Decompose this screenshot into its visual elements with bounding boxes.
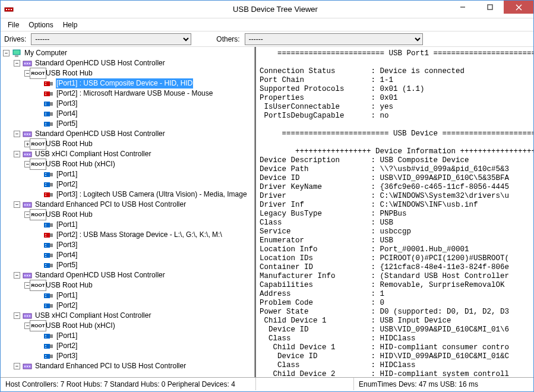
tree-row[interactable]: −ROOTUSB Root Hub — [3, 68, 254, 78]
collapse-icon[interactable]: − — [14, 201, 20, 208]
tree-row[interactable]: [Port3] : Logitech USB Camera (Ultra Vis… — [3, 189, 254, 200]
svg-rect-19 — [50, 92, 53, 96]
svg-point-91 — [24, 315, 26, 317]
host-icon — [23, 59, 32, 68]
tree-row[interactable]: [Port2] : USB Mass Storage Device - L:\,… — [3, 230, 254, 240]
tree-row[interactable]: [Port3] — [3, 99, 254, 109]
tree-row[interactable]: −My Computer — [3, 48, 254, 58]
port-icon — [44, 109, 53, 119]
tree-row[interactable]: −USB xHCI Compliant Host Controller — [3, 311, 254, 321]
svg-rect-94 — [44, 334, 50, 339]
tree-row[interactable]: [Port1] — [3, 331, 254, 341]
tree-row[interactable]: [Port1] — [3, 220, 254, 230]
no-expand — [35, 222, 42, 228]
tree-row[interactable]: [Port1] — [3, 169, 254, 179]
tree-row[interactable]: −Standard OpenHCD USB Host Controller — [3, 58, 254, 68]
maximize-button[interactable] — [476, 1, 504, 14]
menu-options[interactable]: Options — [24, 20, 58, 30]
tree-row[interactable]: −ROOTUSB Root Hub (xHCI) — [3, 159, 254, 169]
tree-row[interactable]: [Port5] — [3, 260, 254, 270]
svg-rect-73 — [45, 256, 46, 257]
roothub-icon: ROOT — [33, 321, 43, 331]
toolbar: Drives: ------ Others: ------ — [1, 31, 533, 47]
tree-label: Standard OpenHCD USB Host Controller — [34, 270, 166, 280]
svg-rect-42 — [44, 172, 50, 177]
no-expand — [35, 232, 42, 238]
status-enumtimes: EnumTimes Devs: 47 ms USB: 16 ms — [354, 378, 483, 390]
detail-panel[interactable]: ======================== USB Port1 =====… — [255, 47, 533, 377]
tree-row[interactable]: [Port5] — [3, 119, 254, 129]
tree-row[interactable]: −Standard OpenHCD USB Host Controller — [3, 129, 254, 139]
tree-row[interactable]: [Port4] — [3, 250, 254, 260]
collapse-icon[interactable]: − — [14, 60, 20, 67]
svg-point-12 — [27, 63, 28, 64]
tree-row[interactable]: −Standard Enhanced PCI to USB Host Contr… — [3, 361, 254, 371]
svg-rect-97 — [45, 337, 46, 337]
svg-point-92 — [27, 315, 28, 317]
tree-row[interactable]: [Port1] — [3, 290, 254, 301]
tree-row[interactable]: −Standard Enhanced PCI to USB Host Contr… — [3, 200, 254, 210]
drives-select[interactable]: ------ — [31, 33, 191, 45]
tree-label: [Port1] : USB Composite Device - HID, HI… — [56, 78, 193, 88]
svg-rect-16 — [45, 83, 46, 83]
collapse-icon[interactable]: − — [14, 151, 20, 157]
titlebar: USB Device Tree Viewer — [1, 1, 533, 18]
maximize-icon — [487, 4, 493, 10]
tree-row[interactable]: [Port2] — [3, 341, 254, 351]
tree-row[interactable]: −USB xHCI Compliant Host Controller — [3, 149, 254, 159]
tree-row[interactable]: +ROOTUSB Root Hub — [3, 139, 254, 149]
host-icon — [23, 311, 32, 321]
tree-row[interactable]: −ROOTUSB Root Hub — [3, 280, 254, 290]
svg-rect-105 — [45, 357, 46, 358]
tree-label: USB Root Hub (xHCI) — [45, 159, 116, 169]
svg-rect-70 — [44, 253, 50, 258]
tree-label: [Port1] — [56, 331, 78, 341]
svg-point-93 — [29, 315, 30, 317]
tree-row[interactable]: −ROOTUSB Root Hub — [3, 210, 254, 220]
collapse-icon[interactable]: − — [3, 50, 10, 56]
minimize-button[interactable] — [449, 1, 476, 14]
tree-row[interactable]: [Port2] — [3, 179, 254, 189]
collapse-icon[interactable]: − — [14, 272, 20, 279]
svg-point-81 — [29, 275, 30, 276]
roothub-icon: ROOT — [33, 281, 43, 290]
svg-point-13 — [29, 63, 30, 64]
svg-rect-8 — [13, 50, 20, 55]
svg-rect-43 — [50, 173, 53, 176]
menu-file[interactable]: File — [3, 20, 24, 30]
svg-point-56 — [27, 204, 28, 206]
menu-help[interactable]: Help — [58, 20, 83, 30]
svg-rect-1 — [6, 9, 7, 10]
dev-icon — [44, 230, 53, 240]
roothub-icon: ROOT — [33, 210, 43, 220]
svg-rect-17 — [45, 84, 46, 85]
tree-row[interactable]: −ROOTUSB Root Hub (xHCI) — [3, 321, 254, 331]
svg-rect-68 — [45, 244, 46, 245]
close-button[interactable] — [504, 1, 533, 14]
tree-label: [Port2] : Microsoft Hardware USB Mouse -… — [56, 88, 213, 99]
svg-rect-88 — [45, 305, 46, 305]
tree-row[interactable]: −Standard OpenHCD USB Host Controller — [3, 270, 254, 280]
collapse-icon[interactable]: − — [14, 312, 20, 319]
svg-rect-62 — [44, 233, 50, 238]
svg-rect-86 — [44, 304, 50, 308]
collapse-icon[interactable]: − — [14, 363, 20, 369]
svg-rect-45 — [45, 175, 46, 176]
tree-row[interactable]: [Port3] — [3, 351, 254, 361]
svg-rect-47 — [50, 183, 53, 186]
tree-panel[interactable]: −My Computer−Standard OpenHCD USB Host C… — [1, 47, 255, 377]
tree-row[interactable]: [Port4] — [3, 109, 254, 119]
tree-row[interactable]: [Port2] : Microsoft Hardware USB Mouse -… — [3, 88, 254, 99]
no-expand — [35, 242, 42, 248]
tree-row[interactable]: [Port3] — [3, 240, 254, 250]
tree-label: USB Root Hub — [45, 68, 93, 78]
tree-row[interactable]: [Port2] — [3, 301, 254, 311]
svg-rect-3 — [11, 9, 12, 10]
svg-rect-30 — [44, 122, 50, 127]
svg-rect-74 — [44, 263, 50, 268]
no-expand — [35, 191, 42, 198]
collapse-icon[interactable]: − — [14, 131, 20, 137]
others-select[interactable]: ------ — [245, 33, 423, 45]
tree-row[interactable]: [Port1] : USB Composite Device - HID, HI… — [3, 78, 254, 88]
svg-point-80 — [27, 275, 28, 276]
